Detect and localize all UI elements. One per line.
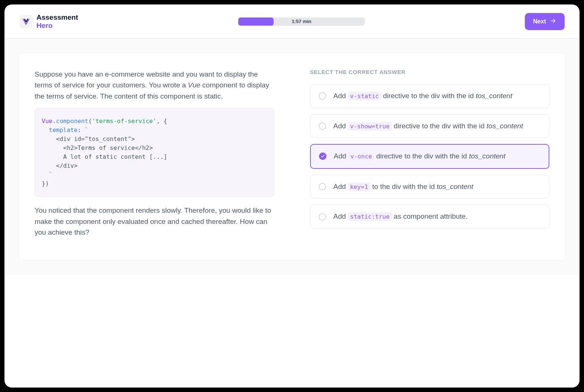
answer-option-3[interactable]: Add key=1 to the div with the id tos_con… — [310, 175, 550, 199]
arrow-right-icon — [550, 17, 556, 26]
option-text: Add v-show=true directive to the div wit… — [334, 121, 523, 131]
logo-icon — [19, 15, 33, 28]
answer-option-4[interactable]: Add static:true as component attribute. — [310, 205, 550, 229]
progress-fill — [238, 17, 274, 26]
option-text: Add static:true as component attribute. — [334, 212, 468, 222]
app-window: Assessment Hero 1:57 min Next Suppose y — [4, 4, 580, 388]
question-pane: Suppose you have an e-commerce website a… — [35, 69, 274, 245]
answers-title: SELECT THE CORRECT ANSWER — [310, 69, 550, 75]
answer-option-2[interactable]: Add v-once directive to the div with the… — [310, 144, 550, 169]
radio-indicator — [319, 213, 326, 221]
answer-option-0[interactable]: Add v-static directive to the div with t… — [310, 84, 550, 108]
logo: Assessment Hero — [19, 13, 78, 30]
radio-indicator — [319, 92, 326, 100]
logo-text: Assessment Hero — [36, 13, 78, 30]
code-block: Vue.component('terms-of-service', { temp… — [35, 108, 274, 197]
question-paragraph-1: Suppose you have an e-commerce website a… — [35, 69, 274, 102]
next-button[interactable]: Next — [525, 13, 565, 30]
progress-bar: 1:57 min — [238, 17, 365, 26]
question-paragraph-2: You noticed that the component renders s… — [35, 205, 274, 238]
logo-line2: Hero — [36, 22, 78, 30]
option-text: Add v-static directive to the div with t… — [334, 91, 513, 101]
answers-pane: SELECT THE CORRECT ANSWER Add v-static d… — [310, 69, 550, 245]
options-list: Add v-static directive to the div with t… — [310, 84, 550, 229]
option-text: Add key=1 to the div with the id tos_con… — [334, 182, 473, 192]
progress-wrap: 1:57 min — [78, 17, 525, 26]
question-card: Suppose you have an e-commerce website a… — [19, 53, 565, 261]
header: Assessment Hero 1:57 min Next — [4, 4, 580, 39]
radio-indicator — [319, 152, 326, 160]
next-button-label: Next — [533, 18, 546, 25]
radio-indicator — [319, 122, 326, 130]
logo-line1: Assessment — [36, 13, 78, 22]
option-text: Add v-once directive to the div with the… — [334, 151, 506, 161]
content: Suppose you have an e-commerce website a… — [4, 39, 580, 275]
timer-label: 1:57 min — [292, 19, 312, 24]
radio-indicator — [319, 183, 326, 190]
answer-option-1[interactable]: Add v-show=true directive to the div wit… — [310, 114, 550, 138]
